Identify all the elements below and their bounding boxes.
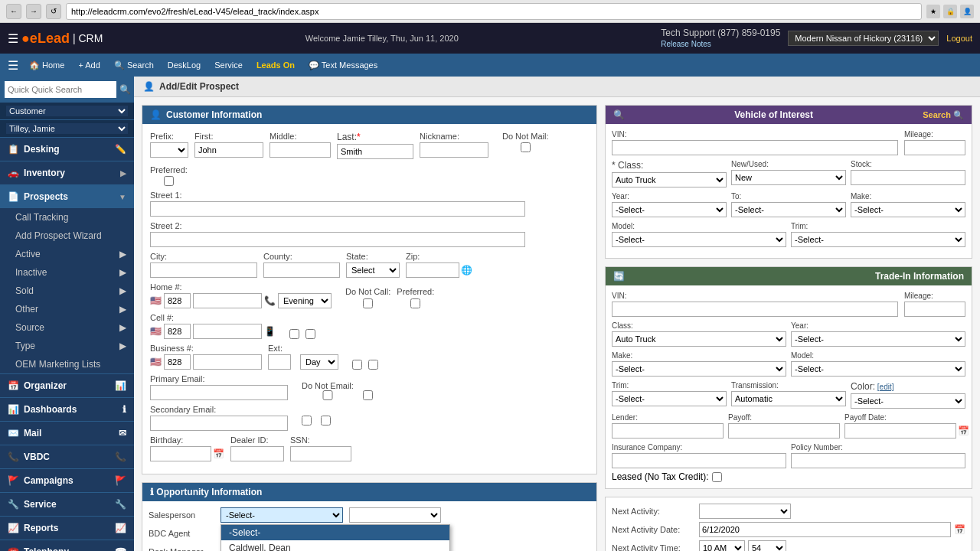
leased-checkbox[interactable] xyxy=(712,472,722,482)
policy-input[interactable] xyxy=(791,453,965,468)
home-pref-checkbox[interactable] xyxy=(397,298,434,308)
dealer-select[interactable]: Modern Nissan of Hickory (23116) xyxy=(788,31,939,46)
trade-transmission-select[interactable]: AutomaticManual xyxy=(731,391,846,406)
home-time-select[interactable]: EveningMorningDay xyxy=(278,293,332,308)
sidebar-item-campaigns[interactable]: 🚩 Campaigns 🚩 xyxy=(0,469,134,492)
home-number-input[interactable] xyxy=(193,293,262,308)
insurance-input[interactable] xyxy=(612,453,786,468)
payoff-date-cal-icon[interactable]: 📅 xyxy=(958,425,969,436)
address-bar[interactable] xyxy=(66,3,922,20)
first-input[interactable] xyxy=(194,142,263,158)
trade-vin-input[interactable] xyxy=(612,302,898,317)
prefix-select[interactable]: Mr.Mrs.Ms.Dr. xyxy=(150,142,188,158)
desking-edit-icon[interactable]: ✏️ xyxy=(115,144,126,155)
next-activity-date-cal-icon[interactable]: 📅 xyxy=(954,524,965,535)
vin-input[interactable] xyxy=(612,140,898,155)
stock-input[interactable] xyxy=(851,170,965,185)
sidebar-item-inventory[interactable]: 🚗 Inventory ▶ xyxy=(0,161,134,184)
time-min-select[interactable]: 54 xyxy=(748,540,786,551)
sidebar-item-inactive[interactable]: Inactive ▶ xyxy=(0,263,134,282)
next-activity-date-input[interactable] xyxy=(699,522,951,537)
business-area-input[interactable] xyxy=(164,354,191,370)
sec-pref-checkbox[interactable] xyxy=(321,416,331,425)
nav-search[interactable]: 🔍 Search xyxy=(111,59,157,72)
middle-input[interactable] xyxy=(270,142,331,158)
trade-color-select[interactable]: -Select- xyxy=(851,393,965,409)
sidebar-item-vbdc[interactable]: 📞 VBDC 📞 xyxy=(0,445,134,468)
sidebar-item-dashboards[interactable]: 📊 Dashboards ℹ xyxy=(0,398,134,421)
make-select[interactable]: -Select- xyxy=(851,202,965,217)
cell-pref-checkbox[interactable] xyxy=(305,329,315,339)
street2-input[interactable] xyxy=(150,232,525,247)
business-time-select[interactable]: Day xyxy=(300,354,338,370)
trade-trim-select[interactable]: -Select- xyxy=(612,391,727,406)
payoff-date-input[interactable] xyxy=(844,423,956,439)
sidebar-item-other[interactable]: Other ▶ xyxy=(0,300,134,318)
zip-geo-icon[interactable]: 🌐 xyxy=(461,265,472,276)
search-button[interactable]: 🔍 xyxy=(116,83,134,96)
sidebar-item-reports[interactable]: 📈 Reports 📈 xyxy=(0,517,134,540)
sidebar-item-prospects[interactable]: 📄 Prospects ▼ xyxy=(0,185,134,208)
logout-link[interactable]: Logout xyxy=(946,34,972,43)
nickname-input[interactable] xyxy=(420,142,488,158)
business-pref-checkbox[interactable] xyxy=(368,360,378,370)
trade-class-select[interactable]: Auto Truck xyxy=(612,331,786,347)
ext-input[interactable] xyxy=(268,354,291,370)
sidebar-item-type[interactable]: Type ▶ xyxy=(0,337,134,355)
sidebar-item-service[interactable]: 🔧 Service 🔧 xyxy=(0,493,134,516)
ssn-input[interactable] xyxy=(290,446,351,461)
nav-add[interactable]: + Add xyxy=(75,59,103,71)
primary-email-input[interactable] xyxy=(150,385,288,400)
model-select[interactable]: -Select- xyxy=(612,232,786,247)
home-dnc-checkbox[interactable] xyxy=(345,298,390,308)
sidebar-item-source[interactable]: Source ▶ xyxy=(0,318,134,337)
street1-input[interactable] xyxy=(150,201,525,217)
lender-input[interactable] xyxy=(612,423,724,439)
cell-area-input[interactable] xyxy=(164,324,191,339)
dealer-id-input[interactable] xyxy=(230,446,284,461)
next-activity-select[interactable] xyxy=(699,504,791,519)
dne-checkbox[interactable] xyxy=(302,390,354,400)
nav-leads[interactable]: Leads On xyxy=(253,59,298,71)
class-select[interactable]: Auto Truck xyxy=(612,172,727,187)
sidebar-item-desking[interactable]: 📋 Desking ✏️ xyxy=(0,138,134,161)
last-input[interactable] xyxy=(337,144,413,159)
year-select[interactable]: -Select- xyxy=(612,202,727,217)
forward-button[interactable]: → xyxy=(26,4,41,19)
trade-year-select[interactable]: -Select- xyxy=(791,331,965,347)
trade-mileage-input[interactable] xyxy=(904,302,965,317)
birthday-cal-icon[interactable]: 📅 xyxy=(213,448,224,459)
business-number-input[interactable] xyxy=(193,354,262,370)
sidebar-item-sold[interactable]: Sold ▶ xyxy=(0,282,134,300)
trade-make-select[interactable]: -Select- xyxy=(612,361,786,377)
search-input[interactable] xyxy=(5,81,116,98)
secondary-email-input[interactable] xyxy=(150,416,288,431)
county-input[interactable] xyxy=(263,262,340,278)
zip-input[interactable] xyxy=(406,262,459,278)
state-select[interactable]: Select xyxy=(346,262,400,278)
to-select[interactable]: -Select- xyxy=(731,202,846,217)
nav-home[interactable]: 🏠 Home xyxy=(26,59,67,72)
mileage-input[interactable] xyxy=(904,140,965,155)
do-not-mail-checkbox[interactable] xyxy=(502,142,549,152)
refresh-button[interactable]: ↺ xyxy=(46,4,61,19)
customer-type-select[interactable]: Customer xyxy=(6,106,128,116)
nav-service[interactable]: Service xyxy=(211,59,246,71)
back-button[interactable]: ← xyxy=(6,4,21,19)
sidebar-item-organizer[interactable]: 📅 Organizer 📊 xyxy=(0,374,134,397)
trim-select[interactable]: -Select- xyxy=(791,232,965,247)
sidebar-item-mail[interactable]: ✉️ Mail ✉ xyxy=(0,422,134,445)
time-hour-select[interactable]: 10 AM xyxy=(699,540,745,551)
hamburger-icon[interactable]: ☰ xyxy=(8,58,18,73)
dropdown-item-caldwell[interactable]: Caldwell, Dean xyxy=(221,540,449,551)
vehicle-search-link[interactable]: Search 🔍 xyxy=(923,110,964,120)
sec-dne-checkbox[interactable] xyxy=(302,416,312,425)
cell-dnc-checkbox[interactable] xyxy=(289,329,299,339)
birthday-input[interactable] xyxy=(150,446,211,461)
sidebar-item-active[interactable]: Active ▶ xyxy=(0,245,134,263)
email-pref-checkbox[interactable] xyxy=(363,390,373,400)
preferred-checkbox[interactable] xyxy=(150,176,188,186)
home-area-input[interactable] xyxy=(164,293,191,308)
sidebar-item-telephony[interactable]: ☎️ Telephony ☎ xyxy=(0,540,134,551)
salesperson-extra-select[interactable] xyxy=(349,507,441,523)
